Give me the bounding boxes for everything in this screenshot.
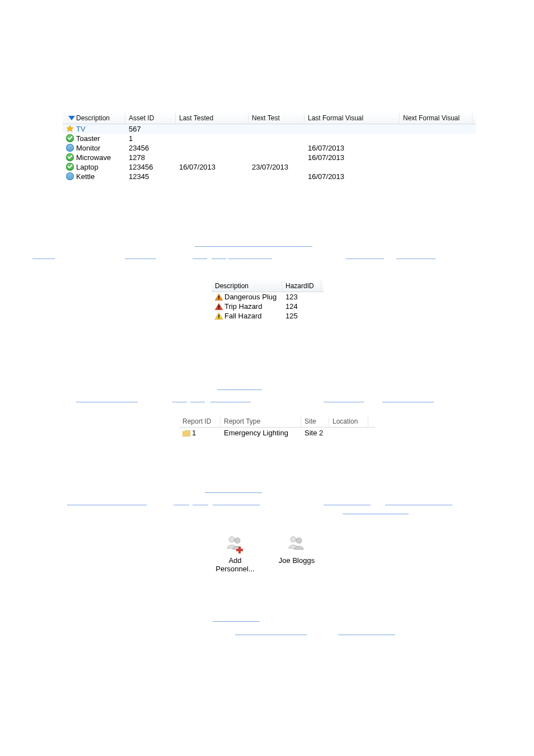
asset-description: Microwave <box>63 153 125 162</box>
assets-header: Description Asset ID Last Tested Next Te… <box>63 112 476 124</box>
last-tested: 16/07/2013 <box>176 163 249 171</box>
col-report-type[interactable]: Report Type <box>221 416 301 426</box>
svg-point-11 <box>235 538 240 543</box>
table-row[interactable]: 1Emergency LightingSite 2 <box>179 428 375 438</box>
svg-rect-6 <box>218 308 219 309</box>
svg-point-14 <box>291 537 296 542</box>
last-formal-visual: 16/07/2013 <box>305 172 400 181</box>
personnel-name: Joe Bloggs <box>279 557 315 565</box>
asset-description-text: Toaster <box>76 134 100 143</box>
asset-id: 12345 <box>125 172 176 181</box>
col-next-test[interactable]: Next Test <box>249 113 305 123</box>
svg-point-10 <box>229 537 235 542</box>
hazard-description: Fall Hazard <box>212 312 282 320</box>
asset-description: Toaster <box>63 134 125 143</box>
svg-rect-3 <box>218 298 219 299</box>
last-tested <box>176 153 249 162</box>
asset-id: 1 <box>125 134 176 143</box>
table-row[interactable]: Trip Hazard124 <box>212 302 324 311</box>
asset-description-text: Kettle <box>76 172 95 181</box>
report-type: Emergency Lighting <box>221 429 301 437</box>
reports-header: Report ID Report Type Site Location <box>179 415 375 428</box>
svg-rect-5 <box>218 305 219 307</box>
table-row[interactable]: Toaster1 <box>63 134 476 143</box>
col-description-label: Description <box>76 114 110 122</box>
asset-description: Laptop <box>63 163 125 171</box>
asset-rows: TV567Toaster1Monitor2345616/07/2013Micro… <box>63 124 476 181</box>
asset-description-text: Monitor <box>76 144 100 152</box>
col-last-formal-visual[interactable]: Last Formal Visual <box>305 113 400 123</box>
svg-rect-2 <box>218 295 219 298</box>
report-id: 1 <box>179 429 221 437</box>
info-icon <box>66 172 74 180</box>
hazard-id: 123 <box>282 293 321 301</box>
last-formal-visual: 16/07/2013 <box>305 144 400 152</box>
reports-table: Report ID Report Type Site Location 1Eme… <box>179 415 375 438</box>
next-test: 23/07/2013 <box>249 163 305 171</box>
next-formal-visual <box>400 125 472 133</box>
report-location <box>329 429 368 437</box>
last-tested <box>176 125 249 133</box>
table-row[interactable]: Microwave127816/07/2013 <box>63 153 476 162</box>
add-personnel-button[interactable]: Add Personnel... <box>214 534 256 574</box>
last-tested <box>176 144 249 152</box>
svg-rect-8 <box>218 314 219 317</box>
hazard-id: 125 <box>282 312 321 320</box>
asset-description-text: Microwave <box>76 153 111 162</box>
pass-icon <box>66 134 74 142</box>
next-test <box>249 172 305 181</box>
asset-id: 23456 <box>125 144 176 152</box>
svg-point-15 <box>296 538 302 543</box>
asset-description: Kettle <box>63 172 125 181</box>
info-icon <box>66 144 74 152</box>
col-asset-id[interactable]: Asset ID <box>125 113 176 123</box>
warning-icon <box>215 294 223 300</box>
warning-icon <box>215 303 223 310</box>
last-formal-visual <box>305 134 400 143</box>
svg-rect-13 <box>236 549 243 551</box>
next-formal-visual <box>400 153 472 162</box>
hazard-description: Dangerous Plug <box>212 293 282 301</box>
add-personnel-label: Add Personnel... <box>214 557 256 574</box>
asset-description-text: TV <box>76 125 86 133</box>
col-hazard-id[interactable]: HazardID <box>282 281 321 291</box>
table-row[interactable]: Fall Hazard125 <box>212 311 324 321</box>
asset-id: 567 <box>125 125 176 133</box>
table-row[interactable]: Laptop12345616/07/201323/07/2013 <box>63 162 476 172</box>
star-icon <box>66 125 74 133</box>
col-report-id[interactable]: Report ID <box>179 416 221 426</box>
svg-marker-0 <box>67 125 73 132</box>
svg-rect-9 <box>218 317 219 318</box>
people-add-icon <box>225 534 245 555</box>
pass-icon <box>66 163 74 171</box>
hazards-table: Description HazardID Dangerous Plug123Tr… <box>212 280 324 321</box>
last-tested <box>176 134 249 143</box>
col-last-tested[interactable]: Last Tested <box>176 113 249 123</box>
hazard-description-text: Fall Hazard <box>224 312 261 320</box>
pass-icon <box>66 153 74 161</box>
col-hazard-description[interactable]: Description <box>212 281 282 291</box>
col-site[interactable]: Site <box>301 416 329 426</box>
warning-icon <box>215 313 223 320</box>
hazards-header: Description HazardID <box>212 280 324 292</box>
folder-icon <box>182 430 190 436</box>
next-formal-visual <box>400 144 472 152</box>
personnel-group: Add Personnel... Joe Bloggs <box>214 534 318 574</box>
report-rows: 1Emergency LightingSite 2 <box>179 428 375 438</box>
personnel-item[interactable]: Joe Bloggs <box>275 534 318 574</box>
next-test <box>249 125 305 133</box>
table-row[interactable]: Kettle1234516/07/2013 <box>63 172 476 181</box>
hazard-description: Trip Hazard <box>212 302 282 311</box>
last-formal-visual <box>305 125 400 133</box>
asset-description-text: Laptop <box>76 163 99 171</box>
table-row[interactable]: TV567 <box>63 124 476 134</box>
table-row[interactable]: Monitor2345616/07/2013 <box>63 143 476 153</box>
filter-column-description[interactable]: Description <box>63 113 125 123</box>
next-formal-visual <box>400 134 472 143</box>
col-next-formal-visual[interactable]: Next Formal Visual <box>400 113 472 123</box>
table-row[interactable]: Dangerous Plug123 <box>212 292 324 302</box>
asset-id: 123456 <box>125 163 176 171</box>
col-location[interactable]: Location <box>329 416 368 426</box>
hazard-id: 124 <box>282 302 321 311</box>
last-formal-visual: 16/07/2013 <box>305 153 400 162</box>
